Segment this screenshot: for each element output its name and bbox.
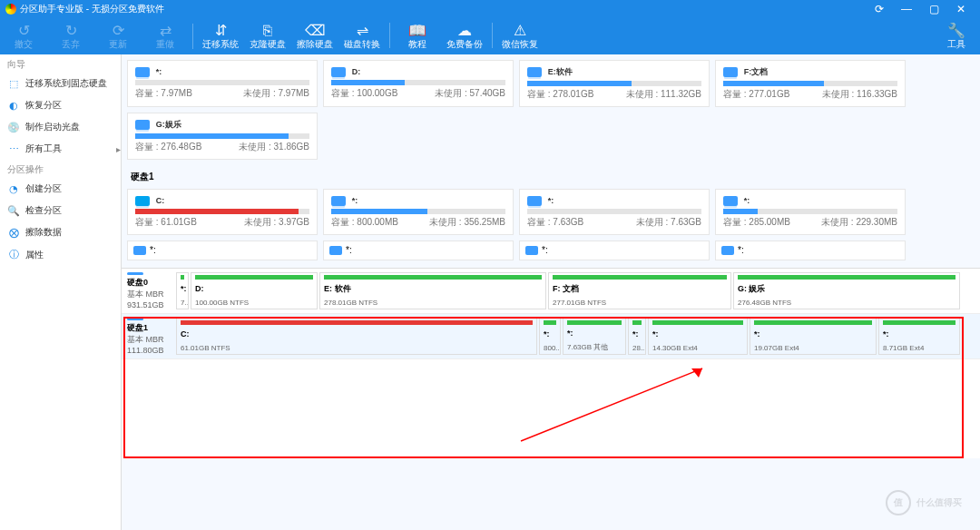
sidebar-item[interactable]: ⋯ 所有工具 ▸	[0, 138, 121, 160]
toolbar-教程[interactable]: 📖 教程	[394, 23, 441, 50]
partition-block[interactable]: F: 文档 277.01GB NTFS	[548, 272, 731, 309]
partition-block[interactable]: *: 19.07GB Ext4	[750, 318, 877, 355]
toolbar-擦除硬盘[interactable]: ⌫ 擦除硬盘	[291, 23, 338, 50]
partition-card[interactable]: G:娱乐 容量 : 276.48GB 未使用 : 31.86GB	[127, 113, 318, 160]
watermark: 值 什么值得买	[886, 490, 962, 515]
window-title: 分区助手专业版 - 无损分区免费软件	[20, 3, 866, 15]
toolbar-免费备份[interactable]: ☁ 免费备份	[441, 23, 488, 50]
toolbar-separator	[192, 24, 193, 49]
toolbar-重做: ⇄ 重做	[142, 23, 189, 50]
sidebar: 向导 ⬚ 迁移系统到固态硬盘 ◐ 恢复分区 💿 制作启动光盘 ⋯ 所有工具 ▸ …	[0, 54, 122, 530]
partition-card[interactable]: *: 容量 : 800.00MB 未使用 : 356.25MB	[323, 189, 514, 235]
partition-block[interactable]: D: 100.00GB NTFS	[191, 272, 318, 309]
tiny-partition-row: *: *: *: *:	[122, 240, 980, 266]
partition-card[interactable]: F:文档 容量 : 277.01GB 未使用 : 116.33GB	[715, 60, 906, 107]
partition-card[interactable]: *: 容量 : 285.00MB 未使用 : 229.30MB	[715, 189, 906, 235]
disk1-partition-grid: C: 容量 : 61.01GB 未使用 : 3.97GB *: 容量 : 800…	[122, 183, 980, 240]
svg-marker-1	[691, 368, 702, 378]
partition-block[interactable]: *: 14.30GB Ext4	[648, 318, 748, 355]
drive-icon	[525, 246, 538, 255]
drive-icon	[133, 246, 146, 255]
drive-icon	[527, 196, 542, 206]
partition-block[interactable]: *: 7.63GB 其他	[563, 318, 626, 355]
partition-block[interactable]: *: 8.71GB Ext4	[878, 318, 960, 355]
toolbar-迁移系统[interactable]: ⇵ 迁移系统	[197, 23, 244, 50]
wrench-icon: 🔧	[933, 23, 980, 39]
disk0-partition-grid: *: 容量 : 7.97MB 未使用 : 7.97MB D: 容量 : 100.…	[122, 54, 980, 165]
sidebar-group-wizard: 向导	[0, 54, 121, 73]
drive-icon	[329, 246, 342, 255]
drive-icon	[527, 67, 542, 77]
partition-card[interactable]: C: 容量 : 61.01GB 未使用 : 3.97GB	[127, 189, 318, 235]
partition-card[interactable]: D: 容量 : 100.00GB 未使用 : 57.40GB	[323, 60, 514, 107]
partition-block[interactable]: G: 娱乐 276.48GB NTFS	[733, 272, 960, 309]
drive-icon	[331, 67, 346, 77]
partition-card-small[interactable]: *:	[323, 240, 514, 260]
tools-button[interactable]: 🔧 工具	[933, 23, 980, 50]
toolbar: ↺ 撤交 ↻ 丢弃 ⟳ 更新 ⇄ 重做 ⇵ 迁移系统 ⎘ 克隆硬盘 ⌫ 擦除硬盘…	[0, 18, 980, 54]
drive-icon	[723, 67, 738, 77]
disk-info[interactable]: 硬盘0 基本 MBR 931.51GB	[122, 269, 176, 313]
disk-row: 硬盘1 基本 MBR 111.80GB C: 61.01GB NTFS *: 8…	[122, 314, 980, 359]
partition-block[interactable]: *: 800...	[539, 318, 561, 355]
drive-icon	[135, 120, 150, 130]
disk1-header: 硬盘1	[122, 165, 980, 183]
sidebar-item[interactable]: ⬚ 迁移系统到固态硬盘	[0, 73, 121, 94]
drive-icon	[331, 196, 346, 206]
content-panel: *: 容量 : 7.97MB 未使用 : 7.97MB D: 容量 : 100.…	[122, 54, 980, 530]
sidebar-item[interactable]: ◔ 创建分区	[0, 178, 121, 200]
partition-card-small[interactable]: *:	[519, 240, 710, 260]
toolbar-丢弃: ↻ 丢弃	[47, 23, 94, 50]
partition-block[interactable]: *: 7...	[176, 272, 189, 309]
toolbar-微信恢复[interactable]: ⚠ 微信恢复	[496, 23, 544, 50]
title-bar: 分区助手专业版 - 无损分区免费软件 ⟳ — ▢ ✕	[0, 0, 980, 18]
sidebar-group-partition: 分区操作	[0, 160, 121, 178]
sidebar-item[interactable]: 💿 制作启动光盘	[0, 116, 121, 138]
sidebar-item[interactable]: ◐ 恢复分区	[0, 94, 121, 116]
app-icon	[5, 4, 16, 15]
partition-card-small[interactable]: *:	[127, 240, 318, 260]
partition-block[interactable]: C: 61.01GB NTFS	[176, 318, 537, 355]
drive-icon	[723, 196, 738, 206]
partition-card[interactable]: *: 容量 : 7.97MB 未使用 : 7.97MB	[127, 60, 318, 107]
toolbar-撤交: ↺ 撤交	[0, 23, 47, 50]
partition-card-small[interactable]: *:	[715, 240, 906, 260]
drive-icon	[135, 67, 150, 77]
svg-line-0	[521, 368, 702, 441]
toolbar-克隆硬盘[interactable]: ⎘ 克隆硬盘	[244, 23, 291, 50]
toolbar-磁盘转换[interactable]: ⇌ 磁盘转换	[338, 23, 386, 50]
maximize-button[interactable]: ▢	[920, 3, 947, 15]
partition-block[interactable]: *: 28...	[628, 318, 646, 355]
disk-row: 硬盘0 基本 MBR 931.51GB *: 7... D: 100.00GB …	[122, 269, 980, 314]
partition-card[interactable]: E:软件 容量 : 278.01GB 未使用 : 111.32GB	[519, 60, 710, 107]
partition-card[interactable]: *: 容量 : 7.63GB 未使用 : 7.63GB	[519, 189, 710, 235]
disk-info[interactable]: 硬盘1 基本 MBR 111.80GB	[122, 314, 176, 358]
sidebar-item[interactable]: ⓘ 属性	[0, 243, 121, 266]
disk-layout-panel: 硬盘0 基本 MBR 931.51GB *: 7... D: 100.00GB …	[122, 268, 980, 458]
minimize-button[interactable]: —	[893, 3, 920, 15]
disk-icon	[127, 318, 143, 320]
drive-icon	[135, 196, 150, 206]
sidebar-item[interactable]: ⨂ 擦除数据	[0, 221, 121, 243]
partition-block[interactable]: E: 软件 278.01GB NTFS	[319, 272, 546, 309]
main-area: 向导 ⬚ 迁移系统到固态硬盘 ◐ 恢复分区 💿 制作启动光盘 ⋯ 所有工具 ▸ …	[0, 54, 980, 530]
refresh-button[interactable]: ⟳	[866, 3, 893, 15]
close-button[interactable]: ✕	[947, 3, 975, 15]
annotation-arrow	[485, 359, 720, 450]
disk-icon	[127, 272, 143, 275]
drive-icon	[721, 246, 734, 255]
sidebar-item[interactable]: 🔍 检查分区	[0, 200, 121, 221]
toolbar-更新: ⟳ 更新	[94, 23, 142, 50]
